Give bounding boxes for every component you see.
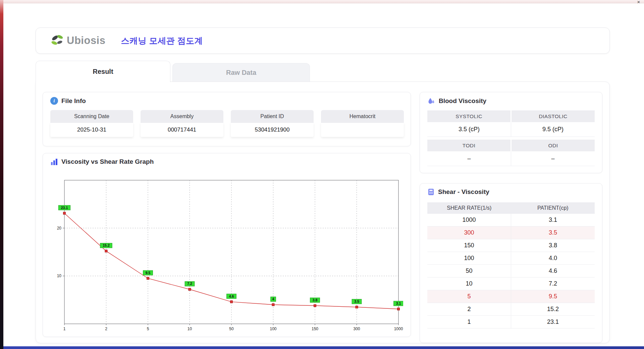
field-value: 000717441 (141, 123, 223, 137)
bv-header-cell: TODI (427, 140, 511, 151)
shear-rate-cell: 300 (427, 227, 511, 239)
bv-value-row: –– (427, 151, 595, 166)
shear-table-head: SHEAR RATE(1/s)PATIENT(cp) (427, 202, 595, 214)
shear-rate-cell: 5 (427, 290, 511, 303)
bv-value-cell: 3.5 (cP) (427, 122, 511, 137)
field-value: 53041921900 (231, 123, 314, 137)
field-label: Scanning Date (50, 110, 133, 123)
file-info-field: Patient ID53041921900 (231, 110, 314, 137)
graph-title: Viscosity vs Shear Rate Graph (61, 158, 154, 165)
svg-text:15.2: 15.2 (103, 243, 110, 247)
shear-rate-cell: 100 (427, 252, 511, 264)
svg-text:3.1: 3.1 (396, 301, 401, 305)
svg-text:150: 150 (312, 327, 318, 331)
shear-column-header: PATIENT(cp) (511, 202, 595, 214)
svg-text:20: 20 (57, 226, 62, 231)
patient-value-cell: 4.6 (511, 265, 595, 277)
table-row: 215.2 (427, 303, 595, 316)
blood-viscosity-table: SYSTOLICDIASTOLIC3.5 (cP)9.5 (cP)TODIODI… (420, 105, 602, 166)
file-info-title: File Info (61, 97, 86, 105)
table-row: 10003.1 (427, 214, 595, 227)
logo-first-letter: U (67, 35, 74, 46)
shear-rate-cell: 2 (427, 303, 511, 315)
patient-value-cell: 23.1 (511, 316, 595, 328)
shear-rate-cell: 50 (427, 265, 511, 277)
patient-value-cell: 9.5 (511, 290, 595, 303)
patient-value-cell: 7.2 (511, 278, 595, 290)
patient-value-cell: 15.2 (511, 303, 595, 315)
tab-raw-data[interactable]: Raw Data (172, 63, 310, 82)
bv-header-row: TODIODI (427, 140, 595, 151)
graph-header: Viscosity vs Shear Rate Graph (43, 153, 411, 165)
logo-rest: biosis (74, 35, 106, 46)
svg-text:1: 1 (63, 327, 66, 331)
table-row: 107.2 (427, 278, 595, 290)
file-info-field: Hematocrit (321, 110, 404, 137)
blood-viscosity-card: Blood Viscosity SYSTOLICDIASTOLIC3.5 (cP… (420, 92, 602, 173)
window-bottom-edge (3, 346, 644, 349)
shear-column-header: SHEAR RATE(1/s) (427, 202, 511, 214)
svg-text:10: 10 (187, 327, 192, 331)
file-info-field: Scanning Date2025-10-31 (50, 110, 133, 137)
close-icon[interactable]: × (636, 0, 642, 4)
blood-viscosity-title: Blood Viscosity (439, 97, 486, 105)
table-row: 1004.0 (427, 252, 595, 265)
bv-value-cell: 9.5 (cP) (511, 122, 595, 137)
file-info-field: Assembly000717441 (141, 110, 223, 137)
logo-text: Ubiosis (67, 35, 105, 47)
window-left-edge (0, 0, 3, 349)
bv-header-row: SYSTOLICDIASTOLIC (427, 110, 595, 122)
app-header: Ubiosis 스캐닝 모세관 점도계 (36, 28, 610, 54)
svg-text:23.1: 23.1 (61, 206, 68, 210)
shear-table-body: 10003.13003.51503.81004.0504.6107.259.52… (427, 214, 595, 329)
svg-text:1000: 1000 (394, 327, 403, 331)
logo: Ubiosis (50, 34, 105, 48)
window-top-bar (0, 0, 644, 3)
field-label: Patient ID (231, 110, 314, 123)
field-label: Assembly (141, 110, 223, 123)
table-row: 504.6 (427, 265, 595, 278)
svg-text:10: 10 (57, 273, 62, 278)
info-icon: i (50, 97, 58, 105)
viscosity-chart: 10201251050100150300100023.115.29.57.24.… (52, 178, 403, 335)
tab-bar: Result Raw Data (36, 61, 310, 82)
svg-text:2: 2 (105, 327, 107, 331)
patient-value-cell: 4.0 (511, 252, 595, 264)
shear-rate-cell: 1 (427, 316, 511, 328)
leaves-logo-icon (50, 34, 65, 48)
table-row: 3003.5 (427, 227, 595, 239)
field-value (321, 123, 404, 137)
svg-text:7.2: 7.2 (187, 282, 192, 286)
app-window: Ubiosis 스캐닝 모세관 점도계 Result Raw Data i Fi… (0, 0, 644, 349)
file-info-card: i File Info Scanning Date2025-10-31Assem… (43, 92, 411, 146)
svg-text:4.6: 4.6 (229, 294, 234, 298)
svg-text:3.8: 3.8 (313, 298, 318, 302)
shear-viscosity-title: Shear - Viscosity (438, 188, 489, 196)
shear-rate-cell: 150 (427, 239, 511, 252)
svg-text:50: 50 (229, 327, 234, 331)
bv-value-row: 3.5 (cP)9.5 (cP) (427, 122, 595, 137)
shear-viscosity-header: Shear - Viscosity (420, 184, 602, 196)
file-info-header: i File Info (43, 92, 411, 105)
patient-value-cell: 3.5 (511, 227, 595, 239)
tab-result[interactable]: Result (36, 61, 170, 82)
bv-header-cell: ODI (512, 140, 595, 151)
shear-rate-cell: 1000 (427, 214, 511, 226)
bv-header-cell: SYSTOLIC (427, 110, 511, 122)
svg-text:5: 5 (147, 327, 149, 331)
calculator-icon (427, 188, 435, 196)
field-value: 2025-10-31 (50, 123, 133, 137)
table-row: 123.1 (427, 316, 595, 329)
graph-card: Viscosity vs Shear Rate Graph 1020125105… (43, 153, 411, 337)
patient-value-cell: 3.8 (511, 239, 595, 252)
svg-text:100: 100 (270, 327, 276, 331)
shear-viscosity-card: Shear - Viscosity SHEAR RATE(1/s)PATIENT… (420, 183, 602, 343)
file-info-fields: Scanning Date2025-10-31Assembly000717441… (43, 105, 411, 137)
bv-value-cell: – (427, 151, 511, 166)
svg-text:4: 4 (272, 297, 274, 301)
blood-viscosity-header: Blood Viscosity (420, 92, 602, 105)
svg-text:9.5: 9.5 (146, 271, 151, 275)
bv-header-cell: DIASTOLIC (512, 110, 595, 122)
bar-chart-icon (50, 158, 58, 165)
droplets-icon (427, 97, 435, 105)
